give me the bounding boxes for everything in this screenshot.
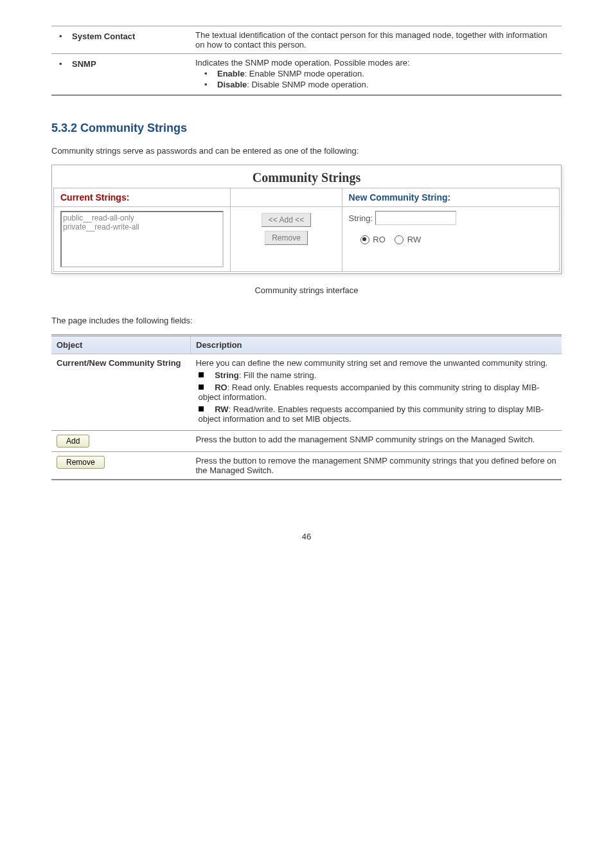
remove-xp-button[interactable]: Remove xyxy=(57,456,105,469)
sub-key: Enable xyxy=(217,69,245,78)
bullet: • xyxy=(57,32,72,41)
param-label: SNMP xyxy=(72,59,96,69)
current-strings-header: Current Strings: xyxy=(54,188,231,206)
intro-text: Community strings serve as passwords and… xyxy=(51,145,562,158)
col-header-object: Object xyxy=(51,336,191,354)
item-key: String xyxy=(215,370,239,380)
fields-table: Object Description Current/New Community… xyxy=(51,334,562,480)
fields-intro: The page includes the following fields: xyxy=(51,314,562,328)
string-input[interactable] xyxy=(375,211,456,225)
param-desc: Indicates the SNMP mode operation. Possi… xyxy=(195,58,556,68)
item-text: Fill the name string. xyxy=(244,370,316,380)
item-text: Read/write. Enables requests accompanied… xyxy=(199,404,544,424)
figure-caption: Community strings interface xyxy=(51,285,562,295)
square-bullet-icon xyxy=(199,384,204,390)
section-heading: 5.3.2 Community Strings xyxy=(51,122,562,135)
square-bullet-icon xyxy=(199,372,204,377)
sub-text: : Disable SNMP mode operation. xyxy=(247,80,368,89)
add-button[interactable]: << Add << xyxy=(262,213,311,227)
rw-radio[interactable] xyxy=(395,235,404,244)
new-string-header: New Community String: xyxy=(342,188,559,206)
bullet: • xyxy=(202,69,217,78)
panel-title: Community Strings xyxy=(53,167,560,188)
field-label: Current/New Community String xyxy=(57,358,181,368)
bullet: • xyxy=(57,59,72,69)
add-xp-button[interactable]: Add xyxy=(57,435,89,448)
col-header-description: Description xyxy=(191,336,562,354)
param-label: System Contact xyxy=(72,32,135,41)
field-desc: Here you can define the new community st… xyxy=(196,358,557,368)
field-desc: Press the button to remove the managemen… xyxy=(191,451,562,479)
ro-radio[interactable] xyxy=(360,235,369,244)
string-label: String: xyxy=(349,213,373,222)
sub-text: : Enable SNMP mode operation. xyxy=(245,69,364,78)
snmp-params-table: • System Contact The textual identificat… xyxy=(51,26,562,96)
sub-key: Disable xyxy=(217,80,247,89)
bullet: • xyxy=(202,80,217,89)
community-strings-panel: Community Strings Current Strings: New C… xyxy=(51,165,562,274)
current-strings-listbox[interactable]: public__read-all-only private__read-writ… xyxy=(60,211,224,267)
list-item[interactable]: private__read-write-all xyxy=(63,222,221,231)
field-desc: Press the button to add the management S… xyxy=(191,430,562,451)
param-desc: The textual identification of the contac… xyxy=(190,26,562,54)
item-text: Read only. Enables requests accompanied … xyxy=(199,383,540,402)
square-bullet-icon xyxy=(199,406,204,411)
remove-button[interactable]: Remove xyxy=(265,231,308,245)
rw-label: RW xyxy=(407,235,421,244)
item-key: RW xyxy=(215,404,228,414)
item-key: RO xyxy=(215,383,227,392)
ro-label: RO xyxy=(373,235,386,244)
page-number: 46 xyxy=(51,532,562,541)
list-item[interactable]: public__read-all-only xyxy=(63,213,221,222)
